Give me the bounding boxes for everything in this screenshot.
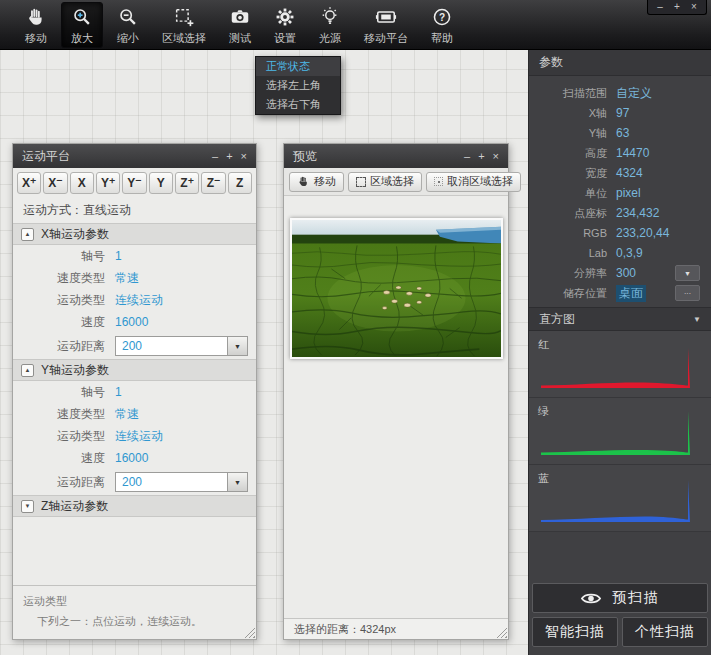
axis-button-z[interactable]: Z [228,172,252,194]
axis-button-x[interactable]: X [70,172,94,194]
param-value[interactable]: 常速 [115,406,139,423]
param-label: 速度类型 [13,406,105,423]
param-value[interactable]: 234,432 [616,206,659,220]
personal-scan-button[interactable]: 个性扫描 [622,617,708,647]
maximize-icon[interactable]: + [670,1,684,12]
smart-scan-button[interactable]: 智能扫描 [532,617,618,647]
motion-panel-titlebar[interactable]: 运动平台 – + × [13,144,256,168]
distance-dropdown-x[interactable]: 200 ▼ [115,336,248,356]
toolbar-item-settings[interactable]: 设置 [265,2,305,48]
axis-button-x-plus[interactable]: X⁺ [17,172,41,194]
preview-region-select-button[interactable]: 区域选择 [348,172,422,192]
svg-text:?: ? [439,11,445,22]
distance-dropdown-y[interactable]: 200 ▼ [115,472,248,492]
param-value[interactable]: 0,3,9 [616,246,643,260]
param-label: 速度 [13,314,105,331]
toolbar-item-move[interactable]: 移动 [16,2,56,48]
parameters-header: 参数 [529,50,711,76]
axis-button-x-minus[interactable]: X⁻ [43,172,67,194]
histogram-blue-channel: 蓝 [529,465,711,532]
param-value[interactable]: 常速 [115,270,139,287]
window-controls: – + × [647,0,707,15]
param-label: 高度 [529,146,607,161]
green-histogram-curve [529,407,710,461]
chevron-down-icon[interactable]: ▼ [693,315,701,324]
param-value[interactable]: 1 [115,249,122,263]
maximize-icon[interactable]: + [226,150,232,162]
resolution-dropdown-button[interactable]: ▼ [675,265,700,281]
param-value[interactable]: 63 [616,126,629,140]
histogram-title: 直方图 [539,311,575,328]
resize-grip[interactable] [496,627,507,638]
param-value[interactable]: 4324 [616,166,643,180]
minimize-icon[interactable]: – [464,150,470,162]
section-header-z-axis[interactable]: ▼ Z轴运动参数 [13,495,256,517]
close-icon[interactable]: × [493,150,499,162]
maximize-icon[interactable]: + [478,150,484,162]
param-row-x-axis: X轴 97 [529,103,711,123]
collapse-icon[interactable]: ▲ [21,364,34,377]
preview-panel-titlebar[interactable]: 预览 – + × [284,144,508,168]
zoom-in-icon [71,4,93,30]
toolbar-item-region-select[interactable]: 区域选择 [153,2,215,48]
axis-button-z-plus[interactable]: Z⁺ [175,172,199,194]
close-icon[interactable]: × [241,150,247,162]
param-value[interactable]: 300 [616,266,636,280]
toolbar-item-test[interactable]: 测试 [220,2,260,48]
param-row-distance: 运动距离 200 ▼ [13,469,256,495]
param-value[interactable]: 16000 [115,451,148,465]
menu-item-select-top-left[interactable]: 选择左上角 [256,76,340,95]
button-label: 取消区域选择 [447,174,513,189]
preview-image[interactable] [290,218,503,359]
prescan-button[interactable]: 预扫描 [532,583,708,613]
toolbar-item-label: 设置 [274,31,296,46]
axis-button-y-plus[interactable]: Y⁺ [96,172,120,194]
toolbar-item-zoom-in[interactable]: 放大 [61,2,103,48]
menu-item-normal-state[interactable]: 正常状态 [256,57,340,76]
chevron-down-icon[interactable]: ▼ [227,337,247,355]
collapse-icon[interactable]: ▲ [21,228,34,241]
toolbar-item-label: 缩小 [117,31,139,46]
param-row-height: 高度 14470 [529,143,711,163]
param-label: 轴号 [13,248,105,265]
minimize-icon[interactable]: – [212,150,218,162]
axis-button-z-minus[interactable]: Z⁻ [201,172,225,194]
section-header-y-axis[interactable]: ▲ Y轴运动参数 [13,359,256,381]
app-window: 移动 放大 缩小 [0,0,711,655]
axis-button-y[interactable]: Y [149,172,173,194]
browse-location-button[interactable]: ··· [675,285,700,301]
param-row-distance: 运动距离 200 ▼ [13,333,256,359]
param-value[interactable]: 1 [115,385,122,399]
toolbar-item-label: 测试 [229,31,251,46]
menu-item-select-bottom-right[interactable]: 选择右下角 [256,95,340,114]
toolbar-item-zoom-out[interactable]: 缩小 [108,2,148,48]
param-value[interactable]: 连续运动 [115,428,163,445]
dropdown-value: 200 [116,337,227,355]
section-header-x-axis[interactable]: ▲ X轴运动参数 [13,223,256,245]
preview-cancel-region-button[interactable]: 取消区域选择 [426,172,521,192]
param-value[interactable]: 233,20,44 [616,226,669,240]
expand-icon[interactable]: ▼ [21,500,34,513]
param-value[interactable]: 16000 [115,315,148,329]
param-label: 分辨率 [529,266,607,281]
hand-icon [297,175,310,188]
param-label: 运动距离 [13,474,105,491]
param-value[interactable]: pixel [616,186,641,200]
preview-move-button[interactable]: 移动 [289,172,344,192]
param-value[interactable]: 桌面 [616,285,646,302]
close-icon[interactable]: × [687,1,701,12]
param-value[interactable]: 自定义 [616,85,652,102]
param-value[interactable]: 14470 [616,146,649,160]
axis-button-y-minus[interactable]: Y⁻ [122,172,146,194]
minimize-icon[interactable]: – [653,1,667,12]
toolbar-item-light-source[interactable]: 光源 [310,2,350,48]
param-row: 速度 16000 [13,447,256,469]
param-value[interactable]: 连续运动 [115,292,163,309]
histogram-header[interactable]: 直方图 ▼ [529,307,711,331]
chevron-down-icon[interactable]: ▼ [227,473,247,491]
toolbar-item-motion-platform[interactable]: 移动平台 [355,2,417,48]
parameters-rows: 扫描范围 自定义 X轴 97 Y轴 63 高度 14470 宽度 4324 单位… [529,76,711,303]
toolbar-item-help[interactable]: ? 帮助 [422,2,462,48]
param-value[interactable]: 97 [616,106,629,120]
param-label: 储存位置 [529,286,607,301]
